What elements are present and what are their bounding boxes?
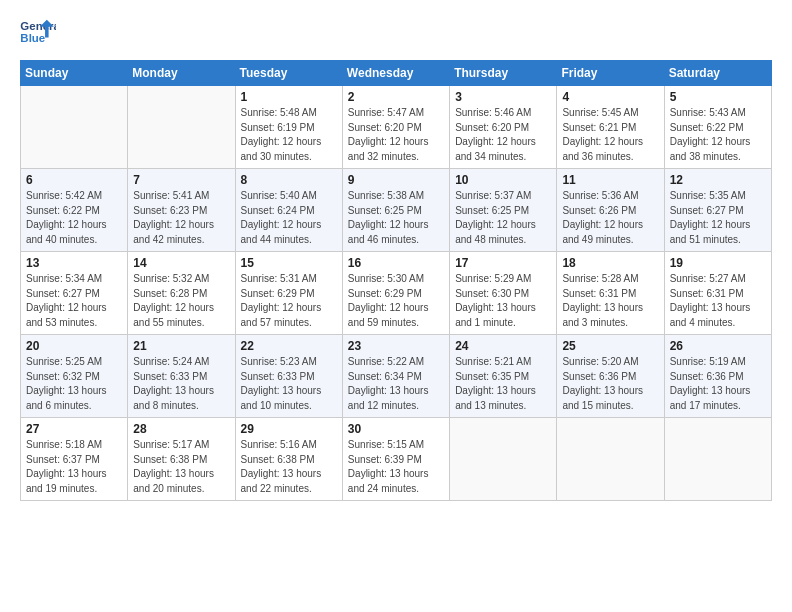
day-info: Sunrise: 5:30 AM Sunset: 6:29 PM Dayligh…	[348, 272, 444, 330]
day-number: 21	[133, 339, 229, 353]
day-number: 22	[241, 339, 337, 353]
calendar-cell: 18Sunrise: 5:28 AM Sunset: 6:31 PM Dayli…	[557, 252, 664, 335]
day-info: Sunrise: 5:24 AM Sunset: 6:33 PM Dayligh…	[133, 355, 229, 413]
day-number: 29	[241, 422, 337, 436]
weekday-header-sunday: Sunday	[21, 61, 128, 86]
day-info: Sunrise: 5:40 AM Sunset: 6:24 PM Dayligh…	[241, 189, 337, 247]
day-info: Sunrise: 5:31 AM Sunset: 6:29 PM Dayligh…	[241, 272, 337, 330]
calendar-cell: 20Sunrise: 5:25 AM Sunset: 6:32 PM Dayli…	[21, 335, 128, 418]
calendar-header: SundayMondayTuesdayWednesdayThursdayFrid…	[21, 61, 772, 86]
day-info: Sunrise: 5:41 AM Sunset: 6:23 PM Dayligh…	[133, 189, 229, 247]
weekday-header-tuesday: Tuesday	[235, 61, 342, 86]
day-info: Sunrise: 5:43 AM Sunset: 6:22 PM Dayligh…	[670, 106, 766, 164]
day-info: Sunrise: 5:32 AM Sunset: 6:28 PM Dayligh…	[133, 272, 229, 330]
day-number: 11	[562, 173, 658, 187]
day-info: Sunrise: 5:34 AM Sunset: 6:27 PM Dayligh…	[26, 272, 122, 330]
day-number: 16	[348, 256, 444, 270]
calendar-cell: 24Sunrise: 5:21 AM Sunset: 6:35 PM Dayli…	[450, 335, 557, 418]
weekday-header-saturday: Saturday	[664, 61, 771, 86]
day-info: Sunrise: 5:35 AM Sunset: 6:27 PM Dayligh…	[670, 189, 766, 247]
day-info: Sunrise: 5:42 AM Sunset: 6:22 PM Dayligh…	[26, 189, 122, 247]
calendar-cell: 12Sunrise: 5:35 AM Sunset: 6:27 PM Dayli…	[664, 169, 771, 252]
calendar-cell: 14Sunrise: 5:32 AM Sunset: 6:28 PM Dayli…	[128, 252, 235, 335]
day-info: Sunrise: 5:29 AM Sunset: 6:30 PM Dayligh…	[455, 272, 551, 330]
day-number: 23	[348, 339, 444, 353]
day-info: Sunrise: 5:25 AM Sunset: 6:32 PM Dayligh…	[26, 355, 122, 413]
calendar-cell: 19Sunrise: 5:27 AM Sunset: 6:31 PM Dayli…	[664, 252, 771, 335]
calendar-week-3: 13Sunrise: 5:34 AM Sunset: 6:27 PM Dayli…	[21, 252, 772, 335]
calendar-cell: 11Sunrise: 5:36 AM Sunset: 6:26 PM Dayli…	[557, 169, 664, 252]
day-info: Sunrise: 5:37 AM Sunset: 6:25 PM Dayligh…	[455, 189, 551, 247]
day-number: 26	[670, 339, 766, 353]
day-info: Sunrise: 5:28 AM Sunset: 6:31 PM Dayligh…	[562, 272, 658, 330]
calendar-table: SundayMondayTuesdayWednesdayThursdayFrid…	[20, 60, 772, 501]
calendar-cell: 5Sunrise: 5:43 AM Sunset: 6:22 PM Daylig…	[664, 86, 771, 169]
calendar-cell: 8Sunrise: 5:40 AM Sunset: 6:24 PM Daylig…	[235, 169, 342, 252]
day-number: 30	[348, 422, 444, 436]
calendar-cell: 25Sunrise: 5:20 AM Sunset: 6:36 PM Dayli…	[557, 335, 664, 418]
day-info: Sunrise: 5:19 AM Sunset: 6:36 PM Dayligh…	[670, 355, 766, 413]
logo-icon: General Blue	[20, 18, 56, 48]
calendar-cell: 9Sunrise: 5:38 AM Sunset: 6:25 PM Daylig…	[342, 169, 449, 252]
logo: General Blue	[20, 18, 56, 48]
day-number: 2	[348, 90, 444, 104]
day-number: 1	[241, 90, 337, 104]
calendar-cell: 23Sunrise: 5:22 AM Sunset: 6:34 PM Dayli…	[342, 335, 449, 418]
day-info: Sunrise: 5:47 AM Sunset: 6:20 PM Dayligh…	[348, 106, 444, 164]
calendar-cell: 16Sunrise: 5:30 AM Sunset: 6:29 PM Dayli…	[342, 252, 449, 335]
day-number: 28	[133, 422, 229, 436]
day-number: 27	[26, 422, 122, 436]
weekday-row: SundayMondayTuesdayWednesdayThursdayFrid…	[21, 61, 772, 86]
calendar-cell: 15Sunrise: 5:31 AM Sunset: 6:29 PM Dayli…	[235, 252, 342, 335]
day-info: Sunrise: 5:38 AM Sunset: 6:25 PM Dayligh…	[348, 189, 444, 247]
day-info: Sunrise: 5:48 AM Sunset: 6:19 PM Dayligh…	[241, 106, 337, 164]
day-number: 3	[455, 90, 551, 104]
day-info: Sunrise: 5:16 AM Sunset: 6:38 PM Dayligh…	[241, 438, 337, 496]
page: General Blue SundayMondayTuesdayWednesda…	[0, 0, 792, 612]
weekday-header-friday: Friday	[557, 61, 664, 86]
calendar-cell: 28Sunrise: 5:17 AM Sunset: 6:38 PM Dayli…	[128, 418, 235, 501]
day-number: 20	[26, 339, 122, 353]
calendar-cell: 3Sunrise: 5:46 AM Sunset: 6:20 PM Daylig…	[450, 86, 557, 169]
day-info: Sunrise: 5:21 AM Sunset: 6:35 PM Dayligh…	[455, 355, 551, 413]
calendar-cell: 17Sunrise: 5:29 AM Sunset: 6:30 PM Dayli…	[450, 252, 557, 335]
calendar-cell: 30Sunrise: 5:15 AM Sunset: 6:39 PM Dayli…	[342, 418, 449, 501]
day-number: 13	[26, 256, 122, 270]
calendar-cell: 6Sunrise: 5:42 AM Sunset: 6:22 PM Daylig…	[21, 169, 128, 252]
calendar-cell: 29Sunrise: 5:16 AM Sunset: 6:38 PM Dayli…	[235, 418, 342, 501]
day-info: Sunrise: 5:45 AM Sunset: 6:21 PM Dayligh…	[562, 106, 658, 164]
day-number: 24	[455, 339, 551, 353]
day-info: Sunrise: 5:36 AM Sunset: 6:26 PM Dayligh…	[562, 189, 658, 247]
day-number: 6	[26, 173, 122, 187]
calendar-cell: 2Sunrise: 5:47 AM Sunset: 6:20 PM Daylig…	[342, 86, 449, 169]
calendar-cell: 26Sunrise: 5:19 AM Sunset: 6:36 PM Dayli…	[664, 335, 771, 418]
calendar-cell	[557, 418, 664, 501]
calendar-week-2: 6Sunrise: 5:42 AM Sunset: 6:22 PM Daylig…	[21, 169, 772, 252]
calendar-cell: 22Sunrise: 5:23 AM Sunset: 6:33 PM Dayli…	[235, 335, 342, 418]
day-info: Sunrise: 5:46 AM Sunset: 6:20 PM Dayligh…	[455, 106, 551, 164]
day-info: Sunrise: 5:27 AM Sunset: 6:31 PM Dayligh…	[670, 272, 766, 330]
day-info: Sunrise: 5:17 AM Sunset: 6:38 PM Dayligh…	[133, 438, 229, 496]
day-number: 14	[133, 256, 229, 270]
calendar-cell	[664, 418, 771, 501]
calendar-cell	[21, 86, 128, 169]
header: General Blue	[20, 18, 772, 48]
day-info: Sunrise: 5:15 AM Sunset: 6:39 PM Dayligh…	[348, 438, 444, 496]
calendar-cell: 21Sunrise: 5:24 AM Sunset: 6:33 PM Dayli…	[128, 335, 235, 418]
day-number: 8	[241, 173, 337, 187]
calendar-cell: 7Sunrise: 5:41 AM Sunset: 6:23 PM Daylig…	[128, 169, 235, 252]
calendar-week-1: 1Sunrise: 5:48 AM Sunset: 6:19 PM Daylig…	[21, 86, 772, 169]
day-number: 17	[455, 256, 551, 270]
day-number: 15	[241, 256, 337, 270]
day-info: Sunrise: 5:20 AM Sunset: 6:36 PM Dayligh…	[562, 355, 658, 413]
calendar-cell: 10Sunrise: 5:37 AM Sunset: 6:25 PM Dayli…	[450, 169, 557, 252]
day-number: 4	[562, 90, 658, 104]
day-number: 25	[562, 339, 658, 353]
weekday-header-monday: Monday	[128, 61, 235, 86]
calendar-cell	[128, 86, 235, 169]
calendar-cell: 27Sunrise: 5:18 AM Sunset: 6:37 PM Dayli…	[21, 418, 128, 501]
calendar-body: 1Sunrise: 5:48 AM Sunset: 6:19 PM Daylig…	[21, 86, 772, 501]
calendar-week-5: 27Sunrise: 5:18 AM Sunset: 6:37 PM Dayli…	[21, 418, 772, 501]
day-info: Sunrise: 5:18 AM Sunset: 6:37 PM Dayligh…	[26, 438, 122, 496]
day-number: 18	[562, 256, 658, 270]
